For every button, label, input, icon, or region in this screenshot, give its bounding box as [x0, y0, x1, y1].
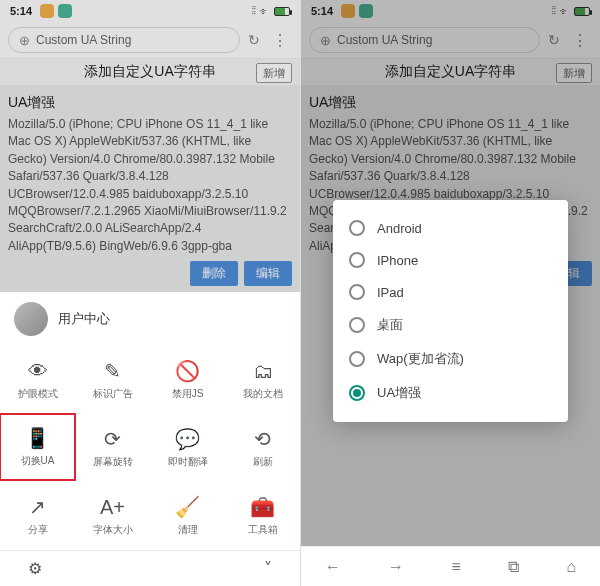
nav-back-icon[interactable]: ←: [325, 558, 341, 576]
tool-grid: 👁护眼模式✎标识广告🚫禁用JS🗂我的文档📱切换UA⟳屏幕旋转💬即时翻译⟲刷新↗分…: [0, 346, 300, 550]
ua-option-label: UA增强: [377, 384, 421, 402]
nav-forward-icon[interactable]: →: [388, 558, 404, 576]
my-docs-icon: 🗂: [253, 359, 273, 383]
refresh-icon: ⟲: [254, 427, 271, 451]
ua-dialog: AndroidIPhoneIPad桌面Wap(更加省流)UA增强: [333, 200, 568, 422]
collapse-icon[interactable]: ˅: [264, 559, 272, 578]
radio-icon: [349, 284, 365, 300]
nav-tabs-icon[interactable]: ⧉: [508, 558, 519, 576]
radio-icon: [349, 317, 365, 333]
ua-option-label: Android: [377, 221, 422, 236]
ua-option-0[interactable]: Android: [343, 212, 558, 244]
disable-js-label: 禁用JS: [172, 387, 204, 401]
mark-ads-icon: ✎: [104, 359, 121, 383]
avatar: [14, 302, 48, 336]
share-label: 分享: [28, 523, 48, 537]
nav-menu-icon[interactable]: ≡: [451, 558, 460, 576]
panel-footer: ⚙ ˅: [0, 550, 300, 586]
clean-label: 清理: [178, 523, 198, 537]
ua-option-2[interactable]: IPad: [343, 276, 558, 308]
radio-icon: [349, 385, 365, 401]
mark-ads-label: 标识广告: [93, 387, 133, 401]
translate-label: 即时翻译: [168, 455, 208, 469]
ua-option-label: Wap(更加省流): [377, 350, 464, 368]
ua-option-1[interactable]: IPhone: [343, 244, 558, 276]
user-row[interactable]: 用户中心: [0, 292, 300, 346]
ua-option-4[interactable]: Wap(更加省流): [343, 342, 558, 376]
tool-share[interactable]: ↗分享: [0, 482, 75, 550]
font-size-icon: A+: [100, 495, 125, 519]
switch-ua-label: 切换UA: [21, 454, 55, 468]
tool-switch-ua[interactable]: 📱切换UA: [0, 413, 76, 481]
tool-clean[interactable]: 🧹清理: [150, 482, 225, 550]
tool-translate[interactable]: 💬即时翻译: [150, 414, 225, 482]
ua-option-label: IPhone: [377, 253, 418, 268]
rotate-label: 屏幕旋转: [93, 455, 133, 469]
ua-option-3[interactable]: 桌面: [343, 308, 558, 342]
right-screen: 5:14 ⦙⦙ ᯤ ⊕ Custom UA String ↻ ⋮ 添加自定义UA…: [300, 0, 600, 586]
radio-icon: [349, 351, 365, 367]
tool-rotate[interactable]: ⟳屏幕旋转: [75, 414, 150, 482]
radio-icon: [349, 252, 365, 268]
bottom-nav: ← → ≡ ⧉ ⌂: [301, 546, 600, 586]
bottom-panel: 用户中心 👁护眼模式✎标识广告🚫禁用JS🗂我的文档📱切换UA⟳屏幕旋转💬即时翻译…: [0, 292, 300, 586]
tool-toolbox[interactable]: 🧰工具箱: [225, 482, 300, 550]
rotate-icon: ⟳: [104, 427, 121, 451]
radio-icon: [349, 220, 365, 236]
translate-icon: 💬: [175, 427, 200, 451]
clean-icon: 🧹: [175, 495, 200, 519]
eye-mode-label: 护眼模式: [18, 387, 58, 401]
ua-option-label: 桌面: [377, 316, 403, 334]
font-size-label: 字体大小: [93, 523, 133, 537]
tool-eye-mode[interactable]: 👁护眼模式: [0, 346, 75, 414]
switch-ua-icon: 📱: [25, 426, 50, 450]
tool-font-size[interactable]: A+字体大小: [75, 482, 150, 550]
eye-mode-icon: 👁: [28, 359, 48, 383]
left-screen: 5:14 ⦙⦙ ᯤ ⊕ Custom UA String ↻ ⋮ 添加自定义UA…: [0, 0, 300, 586]
tool-mark-ads[interactable]: ✎标识广告: [75, 346, 150, 414]
toolbox-icon: 🧰: [250, 495, 275, 519]
tool-my-docs[interactable]: 🗂我的文档: [225, 346, 300, 414]
refresh-label: 刷新: [253, 455, 273, 469]
my-docs-label: 我的文档: [243, 387, 283, 401]
settings-icon[interactable]: ⚙: [28, 559, 42, 578]
user-label: 用户中心: [58, 310, 110, 328]
share-icon: ↗: [29, 495, 46, 519]
tool-refresh[interactable]: ⟲刷新: [225, 414, 300, 482]
ua-option-label: IPad: [377, 285, 404, 300]
toolbox-label: 工具箱: [248, 523, 278, 537]
tool-disable-js[interactable]: 🚫禁用JS: [150, 346, 225, 414]
disable-js-icon: 🚫: [175, 359, 200, 383]
nav-home-icon[interactable]: ⌂: [567, 558, 577, 576]
ua-option-5[interactable]: UA增强: [343, 376, 558, 410]
